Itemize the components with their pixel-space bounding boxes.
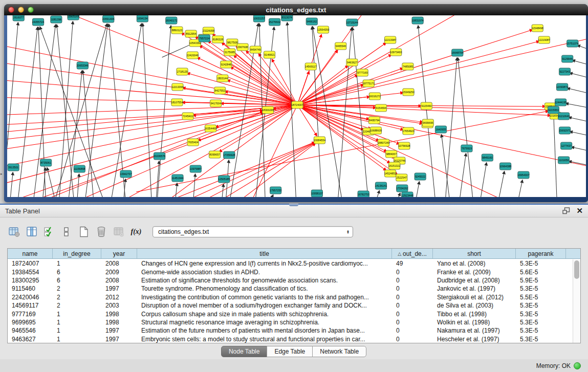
network-node[interactable]: 15349250: [402, 89, 414, 96]
network-node[interactable]: 9215953: [548, 106, 559, 114]
network-node[interactable]: 18107554: [171, 99, 183, 106]
column-header-short[interactable]: short: [433, 249, 516, 258]
network-node[interactable]: 12213399: [171, 83, 183, 91]
network-node[interactable]: 1694134: [137, 15, 148, 22]
tab-network-table[interactable]: Network Table: [312, 346, 366, 357]
network-node[interactable]: 11156868: [74, 165, 85, 172]
column-header-out_degree[interactable]: △out_de...: [392, 249, 433, 258]
network-node[interactable]: 1101656: [558, 157, 570, 164]
network-node[interactable]: 11548498: [532, 25, 543, 32]
table-row[interactable]: 969969511998Structural magnetic resonanc…: [8, 318, 573, 326]
close-window-button[interactable]: [8, 7, 14, 13]
network-node[interactable]: 8313074: [281, 15, 293, 21]
network-node[interactable]: 22420046: [187, 52, 199, 59]
column-header-pagerank[interactable]: pagerank: [516, 249, 566, 258]
network-node[interactable]: 18724007: [291, 101, 303, 108]
import-table-icon[interactable]: [112, 225, 126, 238]
network-node[interactable]: 18775171: [363, 80, 375, 87]
network-node[interactable]: 9129946: [562, 55, 573, 62]
table-row[interactable]: 2242004622012Investigating the contribut…: [8, 293, 573, 301]
network-node[interactable]: 9777169: [357, 69, 368, 76]
row-height-icon[interactable]: [59, 225, 74, 238]
network-node[interactable]: 12554359: [317, 26, 329, 33]
table-row[interactable]: 946362711997Embryonic stem cells: a mode…: [8, 335, 573, 343]
minimize-window-button[interactable]: [18, 7, 24, 13]
network-node[interactable]: 13942737: [120, 170, 132, 178]
network-node[interactable]: 2718129: [177, 68, 188, 75]
column-header-name[interactable]: name: [8, 249, 53, 258]
network-node[interactable]: 14569117: [305, 63, 317, 70]
panel-collapse-arrow[interactable]: ▸: [1, 172, 3, 176]
network-window-titlebar[interactable]: citations_edges.txt: [4, 4, 588, 15]
network-node[interactable]: 19384554: [314, 137, 325, 144]
network-node[interactable]: 9227343: [559, 68, 571, 75]
network-node[interactable]: 16648794: [451, 49, 463, 56]
network-node[interactable]: 2967608: [237, 43, 248, 51]
network-node[interactable]: 15905169: [67, 15, 79, 20]
network-node[interactable]: 10975887: [190, 165, 202, 172]
function-icon[interactable]: f(x): [129, 225, 143, 238]
delete-file-icon[interactable]: [94, 225, 108, 238]
table-row[interactable]: 1456911722003Disruption of a novel membe…: [8, 301, 573, 310]
column-header-title[interactable]: title: [137, 249, 392, 258]
network-node[interactable]: 10964388: [499, 163, 511, 170]
scrollbar-thumb[interactable]: [574, 260, 579, 279]
network-node[interactable]: 9849160: [482, 154, 493, 161]
table-settings-icon[interactable]: [7, 225, 21, 238]
network-node[interactable]: 9417004: [210, 100, 222, 107]
table-row[interactable]: 1872400712008Changes of HCN gene express…: [8, 259, 573, 268]
table-row[interactable]: 1938455462009Genome-wide association stu…: [8, 268, 573, 276]
table-row[interactable]: 977716911998Corpus callosum shape and si…: [8, 310, 573, 318]
table-scrollbar[interactable]: [573, 259, 580, 343]
network-node[interactable]: 8912954: [185, 30, 197, 37]
table-row[interactable]: 1830029562008Estimation of significance …: [8, 276, 573, 285]
network-node[interactable]: 7245402: [182, 113, 193, 120]
network-node[interactable]: 16210643: [558, 113, 570, 120]
network-node[interactable]: 10831974: [411, 17, 423, 24]
network-node[interactable]: 16354469: [205, 125, 216, 132]
network-node[interactable]: 10958107: [311, 190, 323, 197]
network-node[interactable]: 16016272: [369, 93, 381, 100]
network-node[interactable]: 11451944: [171, 174, 183, 182]
network-node[interactable]: 7957224: [199, 35, 210, 42]
network-node[interactable]: 15276602: [269, 18, 280, 26]
network-node[interactable]: 23226058: [203, 27, 214, 34]
network-node[interactable]: 14524851: [384, 170, 396, 177]
table-selector[interactable]: citations_edges.txt ▲▼: [153, 226, 353, 237]
network-node[interactable]: 10653257: [253, 15, 265, 22]
network-node[interactable]: 10756928: [398, 142, 410, 149]
network-node[interactable]: 14136141: [375, 182, 387, 189]
network-canvas[interactable]: 1872400718300295886012389129542322605898…: [7, 15, 586, 197]
network-node[interactable]: 17957253: [270, 187, 281, 194]
network-node[interactable]: 17359928: [223, 151, 235, 159]
tab-edge-table[interactable]: Edge Table: [267, 346, 313, 357]
memory-status-indicator[interactable]: [574, 362, 581, 369]
network-node[interactable]: 7485085: [402, 63, 413, 70]
network-node[interactable]: 17654923: [402, 127, 414, 135]
network-node[interactable]: 9115460: [421, 102, 432, 110]
network-node[interactable]: 10719144: [346, 19, 358, 26]
network-node[interactable]: 16954307: [517, 171, 529, 179]
column-header-year[interactable]: year: [101, 249, 137, 258]
network-node[interactable]: 2803144: [217, 75, 228, 82]
network-node[interactable]: 1081396: [51, 16, 62, 23]
network-node[interactable]: 8427552: [214, 87, 226, 94]
network-node[interactable]: 9245022: [415, 173, 426, 180]
network-node[interactable]: 20691406: [102, 15, 114, 23]
network-node[interactable]: 9146821: [264, 51, 275, 58]
network-node[interactable]: 7679919: [461, 145, 472, 152]
network-node[interactable]: 15692971: [559, 127, 571, 134]
network-node[interactable]: 9466162: [306, 18, 317, 25]
network-node[interactable]: 9465546: [335, 42, 346, 50]
network-node[interactable]: 12444195: [555, 99, 567, 106]
new-file-icon[interactable]: [77, 225, 91, 238]
network-node[interactable]: 2522547: [396, 174, 407, 181]
network-node[interactable]: 8495794: [368, 117, 380, 124]
network-node[interactable]: 12923448: [401, 192, 413, 197]
network-node[interactable]: 17334262: [396, 185, 408, 192]
network-node[interactable]: 10973493: [390, 49, 402, 56]
network-node[interactable]: 9699695: [422, 119, 433, 126]
network-node[interactable]: 8454749: [250, 46, 261, 53]
network-node[interactable]: 20653346: [77, 62, 89, 69]
network-node[interactable]: 16151322: [388, 162, 400, 169]
